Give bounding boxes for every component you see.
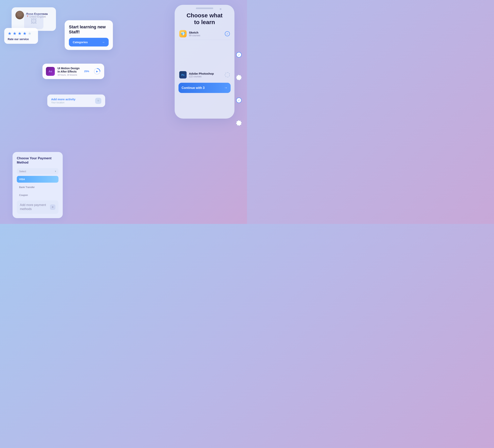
ae-row: Ae UI Motion Design in After Effects 10 …: [46, 67, 101, 76]
chevron-down-icon: ▾: [55, 170, 56, 173]
photoshop-row: Ps Adobe Photoshop 122 courses: [178, 69, 231, 81]
star-4[interactable]: ★: [23, 31, 27, 36]
payment-title: Choose Your Payment Method: [17, 156, 59, 165]
phone-mockup: Choose what to learn 💎 Sketch 99 courses…: [175, 5, 235, 119]
star-1[interactable]: ★: [8, 31, 12, 36]
photoshop-check[interactable]: [225, 72, 230, 77]
payment-option-visa[interactable]: VISA: [17, 176, 59, 183]
rating-label: Rate our service: [8, 38, 35, 41]
learning-popup: Start learning new Staff! Categories →: [65, 20, 113, 50]
activity-left: Add more activity Your location: [51, 97, 95, 104]
phone-title: Choose what to learn: [178, 12, 231, 25]
sketch-info: 💎 Sketch 99 courses: [179, 30, 200, 37]
sketch-courses: 99 courses: [189, 34, 200, 37]
payment-option-coupon[interactable]: Coupon: [17, 192, 59, 198]
ae-spacer: [178, 40, 231, 57]
activity-popup: Add more activity Your location +: [47, 95, 105, 107]
phone-check-4[interactable]: [236, 120, 242, 126]
activity-subtitle: Your location: [51, 101, 95, 104]
ae-title: UI Motion Design in After Effects: [58, 67, 81, 73]
rating-card[interactable]: ★ ★ ★ ★ ★ Rate our service: [4, 28, 38, 44]
payment-select-label: Select: [19, 170, 26, 173]
activity-add-icon[interactable]: +: [95, 98, 101, 104]
categories-button[interactable]: Categories →: [69, 38, 109, 47]
phone-check-2[interactable]: [236, 75, 242, 80]
payment-option-bank[interactable]: Bank Transfer: [17, 184, 59, 191]
star-2[interactable]: ★: [13, 31, 17, 36]
avatar: [15, 11, 24, 19]
continue-button[interactable]: Continue with 3 →: [178, 83, 231, 93]
ae-info: UI Motion Design in After Effects 10 hou…: [58, 67, 81, 76]
photoshop-name: Adobe Photoshop: [189, 72, 214, 75]
stars-container: ★ ★ ★ ★ ★: [8, 31, 35, 36]
payment-select[interactable]: Select ▾: [17, 168, 59, 174]
categories-arrow-icon: →: [102, 40, 105, 44]
ae-icon: Ae: [46, 67, 55, 76]
categories-label: Categories: [73, 40, 88, 44]
activity-spacer: [178, 57, 231, 69]
star-5[interactable]: ★: [28, 31, 32, 36]
learning-title: Start learning new Staff!: [69, 24, 109, 35]
ae-progress-label: 25%: [84, 70, 89, 73]
phone-notch: [196, 8, 213, 9]
phone-checks: ✓ ✓: [236, 52, 242, 126]
add-payment-icon: +: [50, 205, 55, 210]
phone-title-line1: Choose what: [187, 12, 223, 19]
ps-icon: Ps: [179, 71, 187, 78]
add-payment-text: Add more payment methods: [20, 203, 50, 211]
photoshop-info: Ps Adobe Photoshop 122 courses: [179, 71, 214, 78]
star-3[interactable]: ★: [18, 31, 22, 36]
sketch-name: Sketch: [189, 31, 200, 34]
photoshop-courses: 122 courses: [189, 75, 214, 78]
add-payment-button[interactable]: Add more payment methods +: [17, 200, 59, 214]
profile-card: Rose Espenoza 📍 United Kingdom 🖼: [12, 7, 56, 31]
sketch-details: Sketch 99 courses: [189, 31, 200, 37]
photoshop-details: Adobe Photoshop 122 courses: [189, 72, 214, 78]
continue-button-label: Continue with 3: [182, 86, 205, 90]
payment-card: Choose Your Payment Method Select ▾ VISA…: [12, 152, 63, 218]
sketch-icon: 💎: [179, 30, 187, 37]
sketch-check[interactable]: ✓: [225, 31, 230, 36]
phone-check-3[interactable]: ✓: [236, 97, 242, 103]
activity-row: Add more activity Your location +: [51, 97, 101, 104]
activity-title: Add more activity: [51, 97, 95, 101]
profile-image-placeholder: 🖼: [24, 13, 43, 29]
ae-progress-circle: ▶: [93, 68, 101, 75]
phone-camera: [220, 8, 221, 10]
ae-popup: Ae UI Motion Design in After Effects 10 …: [42, 64, 104, 79]
image-placeholder-icon: 🖼: [31, 18, 37, 25]
phone-check-1[interactable]: ✓: [236, 52, 242, 58]
phone-title-line2: to learn: [194, 19, 215, 25]
sketch-row: 💎 Sketch 99 courses ✓: [178, 28, 231, 40]
continue-arrow-icon: →: [224, 86, 227, 90]
phone-content: Choose what to learn 💎 Sketch 99 courses…: [175, 9, 235, 96]
ae-meta: 10 hours, 19 lessons: [58, 74, 81, 76]
